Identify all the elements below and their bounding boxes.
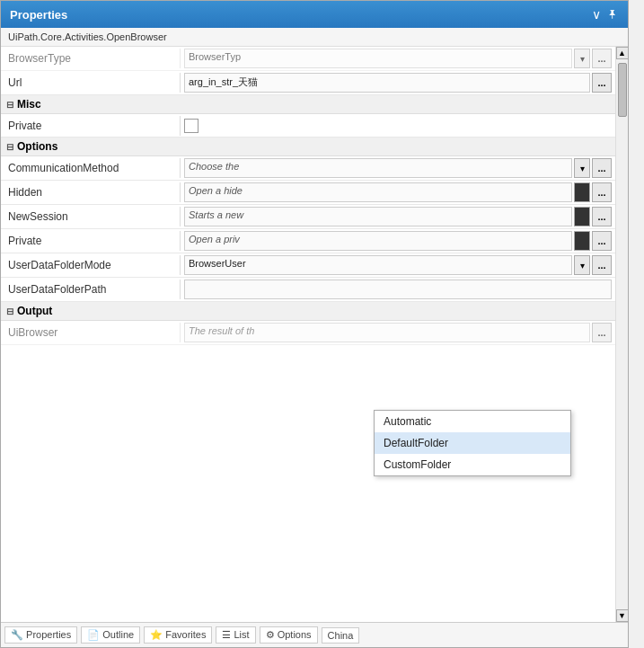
footer-tab-options[interactable]: ⚙ Options bbox=[260, 626, 318, 644]
dropdown-menu: Automatic DefaultFolder CustomFolder bbox=[374, 410, 571, 476]
footer-tab-list[interactable]: ☰ List bbox=[216, 626, 255, 644]
prop-name-hidden: Hidden bbox=[1, 182, 181, 202]
panel-header: Properties ∨ 🖈 bbox=[1, 1, 628, 28]
hidden-square-btn[interactable] bbox=[574, 182, 590, 202]
private-checkbox[interactable] bbox=[184, 119, 198, 133]
commmethod-ellipsis-btn[interactable]: ... bbox=[592, 158, 612, 178]
section-output[interactable]: ⊟ Output bbox=[1, 302, 615, 321]
table-row: CommunicationMethod Choose the ▾ ... bbox=[1, 156, 615, 181]
browsertype-ellipsis-btn[interactable]: ... bbox=[592, 49, 612, 68]
footer-tab-favorites[interactable]: ⭐ Favorites bbox=[144, 626, 212, 644]
misc-label: Misc bbox=[17, 98, 41, 111]
table-row: NewSession Starts a new ... bbox=[1, 205, 615, 229]
uibrowser-field[interactable]: The result of th bbox=[184, 323, 590, 342]
prop-value-uibrowser: The result of th ... bbox=[181, 321, 615, 344]
hidden-ellipsis-btn[interactable]: ... bbox=[592, 182, 612, 202]
footer-tab-outline[interactable]: 📄 Outline bbox=[81, 626, 140, 644]
prop-name-userfoldermode: UserDataFolderMode bbox=[1, 255, 181, 275]
prop-value-userfolderpath bbox=[181, 278, 615, 301]
browsertype-field[interactable]: BrowserTyp bbox=[184, 49, 572, 68]
panel-footer: 🔧 Properties 📄 Outline ⭐ Favorites ☰ Lis… bbox=[1, 622, 628, 647]
table-row: UserDataFolderMode BrowserUser ▾ ... bbox=[1, 253, 615, 278]
prop-value-newsession: Starts a new ... bbox=[181, 205, 615, 228]
newsession-field[interactable]: Starts a new bbox=[184, 207, 572, 226]
commmethod-field[interactable]: Choose the bbox=[184, 158, 572, 178]
private-options-square-btn[interactable] bbox=[574, 231, 590, 251]
prop-value-hidden: Open a hide ... bbox=[181, 181, 615, 204]
table-row: Private Open a priv ... bbox=[1, 229, 615, 253]
newsession-ellipsis-btn[interactable]: ... bbox=[592, 207, 612, 226]
footer-tab-properties[interactable]: 🔧 Properties bbox=[4, 626, 77, 644]
newsession-square-btn[interactable] bbox=[574, 207, 590, 226]
properties-table: BrowserType BrowserTyp ▾ ... Url arg_in_… bbox=[1, 47, 615, 622]
prop-name-url: Url bbox=[1, 73, 181, 93]
header-icons: ∨ 🖈 bbox=[592, 7, 619, 22]
hidden-field[interactable]: Open a hide bbox=[184, 182, 572, 202]
userfoldermode-field[interactable]: BrowserUser bbox=[184, 255, 572, 275]
prop-name-private-misc: Private bbox=[1, 116, 181, 136]
prop-value-private-misc bbox=[181, 117, 615, 135]
dropdown-item-customfolder[interactable]: CustomFolder bbox=[375, 454, 570, 475]
panel-title: Properties bbox=[10, 8, 67, 22]
panel-subtitle: UiPath.Core.Activities.OpenBrowser bbox=[1, 28, 628, 47]
prop-name-browsertype: BrowserType bbox=[1, 49, 181, 68]
userfoldermode-dropdown-btn[interactable]: ▾ bbox=[574, 255, 590, 275]
private-options-ellipsis-btn[interactable]: ... bbox=[592, 231, 612, 251]
table-row: Private bbox=[1, 114, 615, 138]
scroll-down-btn[interactable]: ▼ bbox=[616, 609, 629, 622]
output-label: Output bbox=[17, 305, 52, 317]
private-options-field[interactable]: Open a priv bbox=[184, 231, 572, 251]
options-toggle-icon: ⊟ bbox=[6, 142, 13, 152]
prop-name-private-options: Private bbox=[1, 231, 181, 251]
commmethod-dropdown-btn[interactable]: ▾ bbox=[574, 158, 590, 178]
prop-value-browsertype: BrowserTyp ▾ ... bbox=[181, 47, 615, 70]
scroll-up-btn[interactable]: ▲ bbox=[616, 47, 629, 59]
table-row: UserDataFolderPath bbox=[1, 278, 615, 302]
prop-value-url: arg_in_str_天猫 ... bbox=[181, 71, 615, 94]
prop-name-commmethod: CommunicationMethod bbox=[1, 158, 181, 178]
prop-name-newsession: NewSession bbox=[1, 207, 181, 226]
misc-toggle-icon: ⊟ bbox=[6, 100, 13, 110]
table-row: BrowserType BrowserTyp ▾ ... bbox=[1, 47, 615, 71]
pin-icon[interactable]: 🖈 bbox=[606, 7, 619, 22]
footer-tab-china[interactable]: China bbox=[322, 627, 360, 644]
prop-value-userfoldermode: BrowserUser ▾ ... bbox=[181, 253, 615, 277]
dropdown-item-defaultfolder[interactable]: DefaultFolder bbox=[375, 432, 570, 454]
prop-value-commmethod: Choose the ▾ ... bbox=[181, 156, 615, 180]
userfoldermode-ellipsis-btn[interactable]: ... bbox=[592, 255, 612, 275]
prop-value-private-options: Open a priv ... bbox=[181, 229, 615, 253]
prop-name-uibrowser: UiBrowser bbox=[1, 323, 181, 342]
scrollbar[interactable]: ▲ ▼ bbox=[615, 47, 628, 622]
panel-body: BrowserType BrowserTyp ▾ ... Url arg_in_… bbox=[1, 47, 628, 622]
dropdown-item-automatic[interactable]: Automatic bbox=[375, 411, 570, 432]
section-options[interactable]: ⊟ Options bbox=[1, 138, 615, 156]
prop-name-userfolderpath: UserDataFolderPath bbox=[1, 280, 181, 299]
table-row: UiBrowser The result of th ... bbox=[1, 321, 615, 345]
scrollbar-thumb[interactable] bbox=[618, 63, 627, 117]
options-label: Options bbox=[17, 140, 57, 153]
properties-panel: Properties ∨ 🖈 UiPath.Core.Activities.Op… bbox=[0, 0, 629, 648]
output-toggle-icon: ⊟ bbox=[6, 306, 13, 316]
table-row: Hidden Open a hide ... bbox=[1, 181, 615, 205]
url-field[interactable]: arg_in_str_天猫 bbox=[184, 73, 590, 93]
userfolderpath-field[interactable] bbox=[184, 280, 612, 299]
browsertype-dropdown-btn[interactable]: ▾ bbox=[574, 49, 590, 68]
section-misc[interactable]: ⊟ Misc bbox=[1, 95, 615, 114]
chevron-down-icon[interactable]: ∨ bbox=[592, 7, 601, 22]
uibrowser-ellipsis-btn[interactable]: ... bbox=[592, 323, 612, 342]
table-row: Url arg_in_str_天猫 ... bbox=[1, 71, 615, 95]
url-ellipsis-btn[interactable]: ... bbox=[592, 73, 612, 93]
